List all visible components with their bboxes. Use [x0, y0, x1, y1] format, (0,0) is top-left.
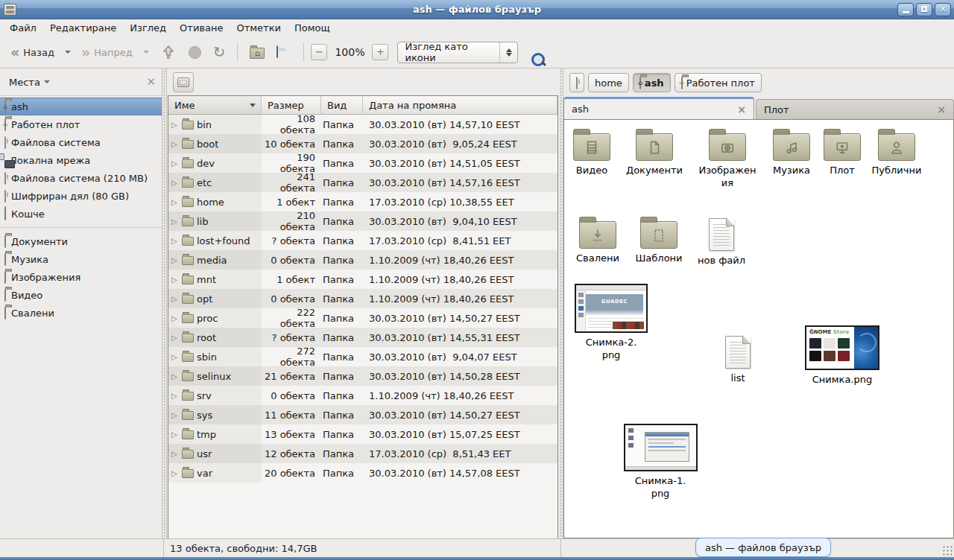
expander-icon[interactable]: ▷: [171, 179, 179, 187]
expander-icon[interactable]: ▷: [171, 469, 179, 477]
expander-icon[interactable]: ▷: [171, 276, 179, 284]
breadcrumb-root[interactable]: [569, 73, 584, 92]
zoom-in-button[interactable]: +: [372, 44, 388, 60]
expander-icon[interactable]: ▷: [171, 256, 179, 264]
tab-Плот[interactable]: Плот×: [756, 99, 954, 119]
table-row[interactable]: ▷etc241 обектаПапка30.03.2010 (вт) 14,57…: [168, 173, 557, 192]
table-row[interactable]: ▷media0 обектаПапка1.10.2009 (чт) 18,40,…: [168, 250, 557, 270]
sidebar-item-0[interactable]: ⌂ash: [0, 98, 162, 115]
table-row[interactable]: ▷root? обектаПапка30.03.2010 (вт) 14,55,…: [168, 328, 557, 347]
column-header-type[interactable]: Вид: [321, 96, 363, 115]
go-up-button[interactable]: [155, 41, 182, 63]
expander-icon[interactable]: ▷: [171, 314, 179, 322]
table-row[interactable]: ▷sbin272 обектаПапка30.03.2010 (вт) 9,04…: [168, 347, 557, 366]
table-row[interactable]: ▷var20 обектаПапка30.03.2010 (вт) 14,57,…: [168, 463, 557, 483]
table-row[interactable]: ▷dev190 обектаПапка30.03.2010 (вт) 14,51…: [168, 153, 557, 173]
table-row[interactable]: ▷sys11 обектаПапка30.03.2010 (вт) 14,50,…: [168, 405, 557, 424]
forward-button[interactable]: » Напред: [77, 43, 137, 62]
menu-3[interactable]: Отиване: [173, 20, 230, 36]
tab-close-icon[interactable]: ×: [937, 104, 946, 115]
maximize-button[interactable]: [916, 3, 932, 16]
table-row[interactable]: ▷lost+found? обектаПапка17.03.2010 (ср) …: [168, 231, 557, 250]
sidebar-item-6[interactable]: Кошче: [0, 205, 162, 223]
expander-icon[interactable]: ▷: [171, 411, 179, 419]
taskbar-window-button[interactable]: ash — файлов браузър: [695, 538, 831, 557]
home-button[interactable]: ⌂: [244, 43, 270, 62]
expander-icon[interactable]: ▷: [171, 353, 179, 361]
breadcrumb-home[interactable]: home: [588, 73, 629, 92]
table-row[interactable]: ▷home1 обектПапка17.03.2010 (ср) 10,38,5…: [168, 192, 557, 211]
table-row[interactable]: ▷opt0 обектаПапка1.10.2009 (чт) 18,40,26…: [168, 289, 557, 308]
table-row[interactable]: ▷proc222 обектаПапка30.03.2010 (вт) 14,5…: [168, 308, 557, 328]
menu-4[interactable]: Отметки: [230, 20, 287, 36]
computer-button[interactable]: [271, 43, 297, 61]
file-item-Снимка-2.png[interactable]: GUADECСнимка-2.png: [575, 281, 647, 362]
expander-icon[interactable]: ▷: [171, 450, 179, 458]
expander-icon[interactable]: ▷: [171, 372, 179, 381]
table-row[interactable]: ▷bin108 обектаПапка30.03.2010 (вт) 14,57…: [168, 115, 557, 134]
column-header-date[interactable]: Дата на промяна: [363, 96, 557, 115]
sidebar-item-4[interactable]: Файлова система (210 MB): [0, 169, 162, 187]
expander-icon[interactable]: ▷: [171, 198, 179, 206]
tab-close-icon[interactable]: ×: [737, 104, 746, 115]
table-row[interactable]: ▷boot10 обектаПапка30.03.2010 (вт) 9,05,…: [168, 134, 557, 153]
sidebar-item-5[interactable]: Шифриран дял (80 GB): [0, 187, 162, 205]
file-item-Снимка-1.png[interactable]: Снимка-1.png: [625, 421, 696, 500]
file-item-Изображения[interactable]: Изображения: [692, 127, 763, 190]
sidebar-item-7[interactable]: Документи: [0, 232, 162, 250]
menu-5[interactable]: Помощ: [288, 20, 337, 36]
icon-view[interactable]: ВидеоДокументиИзображенияМузикаПлотПубли…: [563, 119, 954, 538]
file-item-Снимка.png[interactable]: ĞNOME Store Снимка.png: [806, 322, 878, 386]
view-mode-select[interactable]: Изглед като икони: [397, 42, 518, 63]
file-item-list[interactable]: list: [702, 331, 774, 385]
table-row[interactable]: ▷srv0 обектаПапка1.10.2009 (чт) 18,40,26…: [168, 386, 557, 405]
expander-icon[interactable]: ▷: [171, 140, 179, 148]
breadcrumb-ash[interactable]: ⌂ash: [633, 73, 671, 92]
sidebar-item-1[interactable]: ▭Работен плот: [0, 115, 162, 133]
table-row[interactable]: ▷lib210 обектаПапка30.03.2010 (вт) 9,04,…: [168, 211, 557, 231]
expander-icon[interactable]: ▷: [171, 217, 179, 226]
sidebar-item-9[interactable]: Изображения: [0, 268, 162, 286]
tab-ash[interactable]: ash×: [563, 97, 754, 119]
file-item-Публични[interactable]: Публични: [861, 127, 932, 177]
tree-location-button[interactable]: [173, 72, 194, 92]
stop-button[interactable]: [183, 43, 206, 62]
back-history-dropdown[interactable]: [60, 44, 75, 60]
sidebar-item-10[interactable]: Видео: [0, 286, 162, 304]
expander-icon[interactable]: ▷: [171, 121, 179, 129]
menu-0[interactable]: Файл: [3, 20, 43, 36]
close-button[interactable]: ✕: [935, 3, 951, 16]
breadcrumb-Работен плот[interactable]: ▭Работен плот: [675, 73, 762, 92]
places-selector-caret[interactable]: [44, 80, 50, 86]
table-row[interactable]: ▷selinux21 обектаПапка30.03.2010 (вт) 14…: [168, 366, 557, 386]
expander-icon[interactable]: ▷: [171, 334, 179, 342]
expander-icon[interactable]: ▷: [171, 392, 179, 400]
column-header-size[interactable]: Размер: [262, 96, 321, 115]
table-row[interactable]: ▷mnt1 обектПапка1.10.2009 (чт) 18,40,26 …: [168, 270, 557, 289]
expander-icon[interactable]: ▷: [171, 237, 179, 245]
sidebar-item-3[interactable]: Локална мрежа: [0, 151, 162, 169]
forward-history-dropdown[interactable]: [139, 44, 154, 60]
menu-1[interactable]: Редактиране: [43, 20, 123, 36]
search-button[interactable]: [528, 50, 533, 54]
sidebar-item-8[interactable]: Музика: [0, 250, 162, 268]
zoom-out-button[interactable]: −: [311, 44, 327, 60]
places-close-icon[interactable]: ✕: [146, 75, 156, 89]
expander-icon[interactable]: ▷: [171, 159, 179, 168]
minimize-button[interactable]: [897, 3, 914, 16]
file-item-нов файл[interactable]: нов файл: [686, 214, 757, 267]
sidebar-item-2[interactable]: Файлова система: [0, 133, 162, 151]
places-title[interactable]: Места: [9, 77, 40, 88]
menu-2[interactable]: Изглед: [123, 20, 173, 36]
expander-icon[interactable]: ▷: [171, 430, 179, 439]
file-item-Шаблони[interactable]: Шаблони: [623, 215, 695, 265]
back-button[interactable]: « Назад: [6, 43, 59, 62]
sidebar-item-11[interactable]: Свалени: [0, 304, 162, 322]
file-item-Документи[interactable]: Документи: [619, 127, 690, 177]
column-header-name[interactable]: Име: [168, 96, 262, 115]
table-row[interactable]: ▷usr12 обектаПапка17.03.2010 (ср) 8,51,4…: [168, 444, 557, 463]
expander-icon[interactable]: ▷: [171, 295, 179, 303]
resize-grip[interactable]: [942, 545, 953, 556]
reload-button[interactable]: ↻: [208, 42, 231, 62]
table-row[interactable]: ▷tmp13 обектаПапка30.03.2010 (вт) 15,07,…: [168, 424, 557, 444]
